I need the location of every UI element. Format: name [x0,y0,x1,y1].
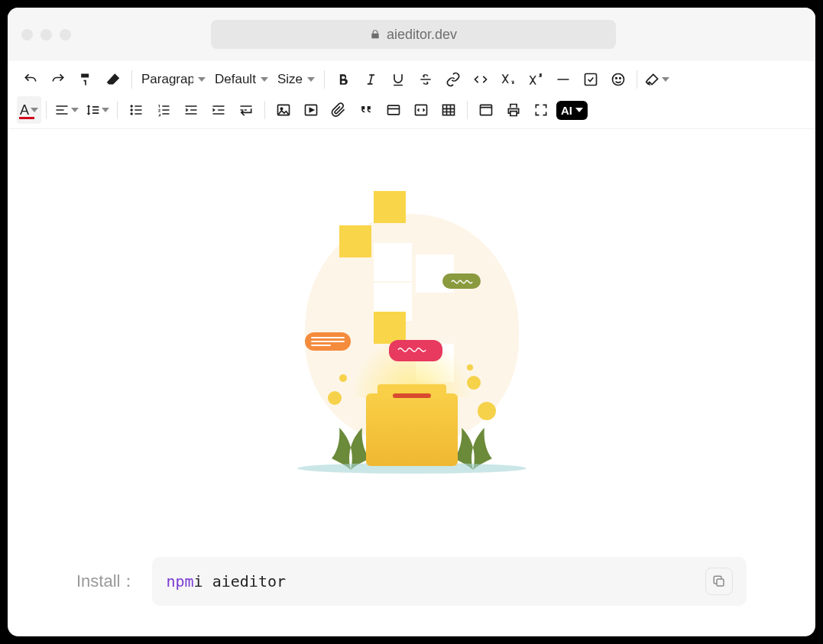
browser-titlebar: aieditor.dev [8,8,815,61]
svg-point-6 [131,112,133,115]
ai-button[interactable]: AI [555,96,589,124]
container-icon [386,102,401,118]
toolbar-separator [46,101,47,119]
align-button[interactable] [51,96,82,124]
subscript-button[interactable] [494,66,522,93]
ordered-list-button[interactable] [150,96,177,124]
toolbar-separator [131,70,132,89]
line-height-icon [85,102,100,118]
underline-button[interactable] [384,66,412,93]
bold-button[interactable] [329,66,357,93]
font-size-select[interactable]: Size [273,66,319,93]
svg-rect-12 [443,105,455,115]
install-section: Install： npm i aieditor [8,543,815,636]
close-window-button[interactable] [21,29,33,40]
bullet-list-icon [128,102,144,118]
chevron-down-icon [31,106,38,114]
horizontal-rule-icon [556,72,571,87]
svg-point-4 [131,105,133,107]
image-button[interactable] [270,96,297,124]
code-icon [473,72,488,87]
svg-rect-14 [717,579,724,586]
outdent-button[interactable] [177,96,205,124]
line-break-icon [238,102,254,118]
indent-button[interactable] [205,96,232,124]
svg-point-5 [131,108,133,111]
code-block-button[interactable] [407,96,435,124]
fullscreen-button[interactable] [527,96,555,124]
font-family-label: Default [215,72,256,87]
font-size-label: Size [277,72,303,87]
print-icon [506,102,521,118]
line-break-button[interactable] [232,96,260,124]
emoji-icon [611,72,626,87]
superscript-icon [528,72,543,87]
ballot-box-icon [366,393,458,466]
undo-button[interactable] [17,66,44,93]
print-button[interactable] [500,96,527,124]
chevron-down-icon [102,106,109,114]
toolbar-separator [264,101,265,119]
svg-rect-0 [585,74,596,86]
chevron-down-icon [198,76,206,83]
table-icon [441,102,456,118]
superscript-button[interactable] [522,66,549,93]
bold-icon [335,72,351,87]
blockquote-button[interactable] [352,96,380,124]
underline-icon [390,72,406,87]
font-family-select[interactable]: Default [210,66,273,93]
svg-point-2 [616,78,617,79]
install-label: Install： [76,570,137,593]
source-code-button[interactable] [472,96,500,124]
font-color-icon: A [20,102,29,118]
eraser-button[interactable] [99,66,127,93]
link-button[interactable] [439,66,467,93]
strikethrough-button[interactable] [412,66,439,93]
highlight-color-button[interactable] [642,66,672,93]
chevron-down-icon [575,106,583,114]
browser-window: aieditor.dev Paragraph Default Size [8,8,815,636]
copy-icon [712,574,726,588]
fullscreen-icon [533,102,549,118]
install-command-keyword: npm [166,572,193,591]
attachment-button[interactable] [325,96,352,124]
paragraph-select[interactable]: Paragraph [137,66,210,93]
bullet-list-button[interactable] [122,96,150,124]
install-command-rest: i aieditor [194,572,286,591]
format-painter-icon [78,72,93,87]
svg-point-1 [612,74,624,86]
toolbar-separator [637,70,637,89]
minimize-window-button[interactable] [41,29,52,40]
outdent-icon [183,102,199,118]
horizontal-rule-button[interactable] [549,66,577,93]
eraser-icon [105,71,122,88]
zoom-window-button[interactable] [60,29,71,40]
copy-button[interactable] [705,568,733,595]
task-list-button[interactable] [577,66,604,93]
code-button[interactable] [467,66,494,93]
chevron-down-icon [307,76,315,83]
task-list-icon [583,72,598,87]
italic-button[interactable] [357,66,384,93]
svg-point-8 [280,108,283,110]
font-color-button[interactable]: A [17,96,41,124]
chevron-down-icon [71,106,79,114]
container-button[interactable] [380,96,407,124]
speech-bubble-icon [389,340,442,361]
source-code-icon [478,102,494,118]
url-bar[interactable]: aieditor.dev [211,20,616,49]
attachment-icon [331,102,346,118]
table-button[interactable] [435,96,462,124]
redo-button[interactable] [44,66,72,93]
format-painter-button[interactable] [72,66,99,93]
line-height-button[interactable] [82,96,112,124]
ai-badge: AI [556,101,588,120]
emoji-button[interactable] [604,66,632,93]
paragraph-select-label: Paragraph [141,72,193,87]
chevron-down-icon [662,76,669,83]
highlight-icon [645,72,660,87]
video-button[interactable] [297,96,325,124]
toolbar-separator [324,70,325,89]
editor-canvas[interactable] [8,129,815,543]
install-command: npm i aieditor [152,557,747,606]
